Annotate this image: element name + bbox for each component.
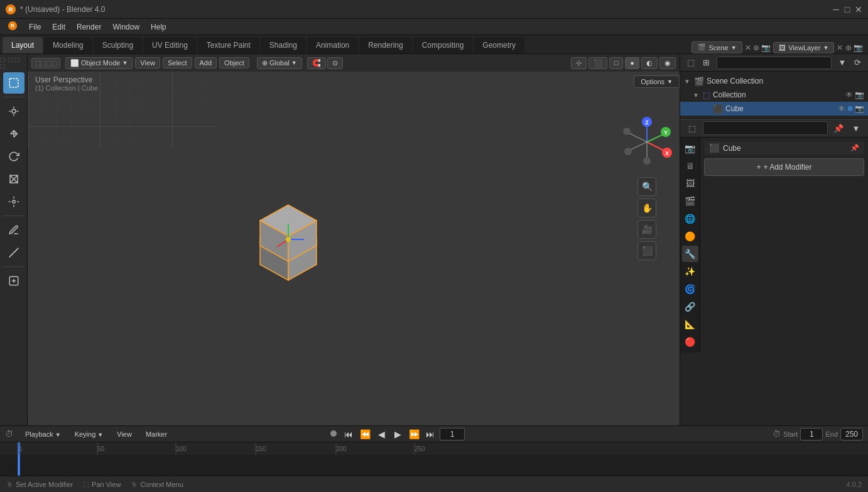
- snap-button[interactable]: 🧲: [307, 57, 326, 69]
- outliner-collection[interactable]: ▼ ⬚ Collection 👁 📷: [680, 88, 868, 102]
- world-properties-btn[interactable]: 🌐: [682, 210, 698, 227]
- expand-collection-icon: ▼: [693, 92, 700, 99]
- tool-measure[interactable]: [3, 242, 24, 263]
- navigation-gizmo[interactable]: Z X Y: [622, 117, 672, 167]
- viewport-gizmo-toggle[interactable]: ⊹: [571, 57, 587, 69]
- scene-display-btn[interactable]: ⬚: [684, 56, 698, 70]
- jump-to-end-button[interactable]: ⏭: [423, 427, 437, 441]
- object-data-btn[interactable]: 📐: [682, 316, 698, 332]
- scene-sync-icon[interactable]: ⟳: [850, 56, 864, 70]
- tool-scale[interactable]: [3, 168, 24, 190]
- timeline-scrubber[interactable]: 1 50 100 150 200 250: [0, 442, 868, 476]
- tab-shading[interactable]: Shading: [261, 37, 306, 53]
- tab-sculpting[interactable]: Sculpting: [94, 37, 142, 53]
- collection-render-icon[interactable]: 📷: [855, 90, 864, 99]
- scene-search-input[interactable]: [717, 57, 832, 69]
- maximize-button[interactable]: □: [843, 5, 852, 14]
- tool-cursor[interactable]: [3, 101, 24, 122]
- props-mode-btn[interactable]: ⬚: [685, 121, 699, 135]
- tab-texture-paint[interactable]: Texture Paint: [198, 37, 259, 53]
- options-button[interactable]: Options ▼: [634, 75, 680, 88]
- menu-blender[interactable]: B: [3, 19, 23, 34]
- viewport-select-menu[interactable]: Select: [163, 57, 192, 68]
- camera-button[interactable]: 🎥: [637, 220, 656, 239]
- collection-hide-icon[interactable]: 👁: [845, 90, 853, 99]
- object-properties-btn[interactable]: 🟠: [682, 228, 698, 244]
- tool-move[interactable]: [3, 123, 24, 145]
- cube-render-icon[interactable]: 📷: [855, 104, 864, 113]
- play-button[interactable]: ▶: [391, 427, 404, 441]
- scene-filter-icon[interactable]: ▼: [835, 56, 849, 70]
- tab-animation[interactable]: Animation: [307, 37, 358, 53]
- add-modifier-button[interactable]: + + Add Modifier: [704, 158, 864, 176]
- transform-orient-selector[interactable]: ⊕ Global ▼: [257, 57, 302, 69]
- timeline-view-menu[interactable]: View: [112, 429, 136, 439]
- properties-search-input[interactable]: [703, 121, 828, 135]
- render-properties-btn[interactable]: 📷: [682, 140, 698, 156]
- proportional-edit-button[interactable]: ⊙: [327, 57, 343, 69]
- timeline-marker-menu[interactable]: Marker: [141, 429, 171, 439]
- tab-geometry[interactable]: Geometry: [474, 37, 524, 53]
- view-layer-properties-btn[interactable]: 🖼: [682, 175, 698, 192]
- tab-layout[interactable]: Layout: [3, 37, 43, 53]
- scene-filter-btn[interactable]: ⊞: [699, 56, 713, 70]
- constraints-properties-btn[interactable]: 🔗: [682, 298, 698, 315]
- props-pin-icon[interactable]: 📌: [832, 121, 845, 135]
- viewport-shading-wireframe[interactable]: □: [609, 57, 624, 69]
- pan-button[interactable]: ✋: [637, 199, 656, 217]
- viewport-3d[interactable]: ⬚⬚⬚⬚ ⬜ Object Mode ▼ View Select Add Obj…: [28, 54, 680, 425]
- tool-add-object[interactable]: [3, 270, 24, 292]
- play-backward-button[interactable]: ◀: [374, 427, 388, 441]
- cube-hide-icon[interactable]: 👁: [838, 104, 845, 113]
- menu-help[interactable]: Help: [146, 21, 171, 33]
- output-properties-btn[interactable]: 🖥: [682, 158, 698, 174]
- viewport-overlay-toggle[interactable]: ⬛: [589, 57, 607, 69]
- viewport-overlay-btn[interactable]: ⬚⬚⬚⬚: [31, 58, 60, 68]
- viewport-view-menu[interactable]: View: [135, 57, 160, 68]
- obj-pin-icon[interactable]: 📌: [850, 144, 859, 152]
- tab-rendering[interactable]: Rendering: [359, 37, 411, 53]
- next-keyframe-button[interactable]: ⏩: [407, 427, 421, 441]
- viewport-shading-material[interactable]: ◐: [641, 57, 658, 69]
- outliner-cube[interactable]: ⬛ Cube 👁 ⊛ 📷: [680, 102, 868, 116]
- tool-rotate[interactable]: [3, 146, 24, 167]
- menu-file[interactable]: File: [24, 21, 46, 33]
- viewport-shading-render[interactable]: ◉: [659, 57, 676, 69]
- timeline-playback-menu[interactable]: Playback ▼: [21, 429, 65, 439]
- tool-select-box[interactable]: [3, 72, 24, 94]
- outliner-scene-collection[interactable]: ▼ 🎬 Scene Collection: [680, 74, 868, 88]
- close-button[interactable]: ✕: [854, 5, 863, 14]
- prev-keyframe-button[interactable]: ⏪: [358, 427, 372, 441]
- tab-uv-editing[interactable]: UV Editing: [143, 37, 197, 53]
- viewlayer-selector[interactable]: 🖼 ViewLayer ▼: [773, 42, 834, 53]
- modifier-properties-btn active[interactable]: 🔧: [682, 246, 698, 262]
- tool-annotate[interactable]: [3, 219, 24, 241]
- props-expand-icon[interactable]: ▼: [849, 121, 863, 135]
- menu-window[interactable]: Window: [107, 21, 144, 33]
- current-frame-display[interactable]: 1: [440, 428, 465, 440]
- menu-render[interactable]: Render: [72, 21, 106, 33]
- menu-edit[interactable]: Edit: [47, 21, 70, 33]
- timeline-keying-menu[interactable]: Keying ▼: [70, 429, 108, 439]
- material-properties-btn[interactable]: 🔴: [682, 334, 698, 350]
- object-mode-selector[interactable]: ⬜ Object Mode ▼: [65, 57, 133, 69]
- zoom-in-button[interactable]: 🔍: [637, 177, 656, 196]
- orthographic-button[interactable]: ⬛: [637, 241, 656, 260]
- viewport-add-menu[interactable]: Add: [195, 57, 217, 68]
- tool-transform[interactable]: [3, 191, 24, 212]
- viewport-object-menu[interactable]: Object: [219, 57, 249, 68]
- timeline-mode-icon[interactable]: ⏱: [5, 429, 13, 439]
- title-bar: B * (Unsaved) - Blender 4.0 ─ □ ✕: [0, 0, 868, 19]
- tab-modeling[interactable]: Modeling: [44, 37, 92, 53]
- viewport-shading-solid[interactable]: ●: [625, 57, 639, 69]
- cube-filter-icon[interactable]: ⊛: [847, 104, 853, 113]
- physics-properties-btn[interactable]: 🌀: [682, 281, 698, 297]
- minimize-button[interactable]: ─: [832, 5, 840, 14]
- particles-properties-btn[interactable]: ✨: [682, 263, 698, 280]
- end-frame-value[interactable]: 250: [840, 428, 863, 440]
- scene-selector[interactable]: 🎬 Scene ▼: [692, 41, 742, 53]
- jump-to-start-button[interactable]: ⏮: [342, 427, 355, 441]
- tab-compositing[interactable]: Compositing: [413, 37, 473, 53]
- scene-properties-btn[interactable]: 🎬: [682, 193, 698, 209]
- start-frame-value[interactable]: 1: [800, 428, 823, 440]
